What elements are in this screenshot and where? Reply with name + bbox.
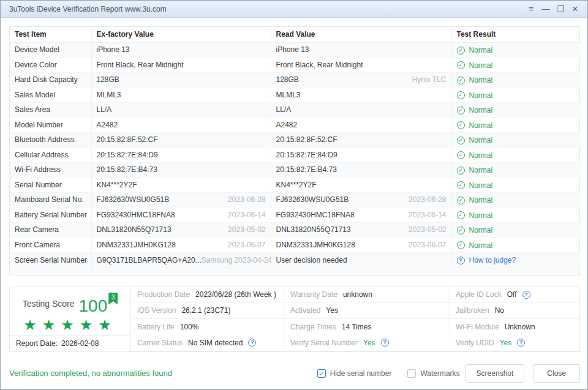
- table-row: Device Color Front Black, Rear Midnight …: [10, 58, 581, 73]
- watermarks-checkbox-group[interactable]: ✓ Watermarks: [407, 369, 459, 378]
- ex-factory-note: 2023-05-02: [228, 225, 265, 234]
- read-value-cell: FG932430HMC18FNA8 2023-06-14: [271, 208, 451, 223]
- test-item-cell: Hard Disk Capacity: [10, 72, 91, 88]
- restore-button[interactable]: ❐: [553, 2, 568, 16]
- read-value-note: Hynix TLC: [412, 75, 447, 84]
- result-normal: ✓ Normal: [457, 76, 493, 84]
- read-value-cell: A2482: [271, 118, 451, 133]
- read-value: FJ632630WSU0G51B: [276, 195, 349, 204]
- ex-factory-cell: MLML3: [91, 88, 271, 103]
- summary-cell-value: unknown: [343, 290, 372, 299]
- help-icon[interactable]: ?: [248, 339, 256, 347]
- read-value: A2482: [276, 121, 298, 129]
- ex-factory-cell: Front Black, Rear Midnight: [91, 58, 271, 73]
- ex-factory-cell: FJ632630WSU0G51B 2023-06-28: [91, 192, 271, 208]
- result-normal-label: Normal: [469, 196, 493, 204]
- ex-factory-note: 2023-06-28: [228, 195, 265, 204]
- read-value-cell: Front Black, Rear Midnight: [271, 58, 451, 73]
- read-value: DNL31820N55Q71713: [276, 225, 351, 234]
- read-value-note: 2023-06-14: [409, 211, 446, 219]
- close-button[interactable]: Close: [533, 364, 580, 383]
- minimize-button[interactable]: —: [538, 2, 553, 16]
- help-icon[interactable]: ?: [381, 339, 389, 347]
- read-value-note: 2023-06-28: [409, 195, 446, 204]
- test-result-cell: ✓ Normal: [451, 72, 581, 88]
- table-row: Rear Camera DNL31820N55Q71713 2023-05-02…: [10, 222, 581, 238]
- summary-cell-value: 100%: [180, 323, 199, 331]
- testing-score-value: 100: [79, 296, 108, 315]
- summary-cell-label: Battery Life: [137, 323, 175, 331]
- test-item-cell: Wi-Fi Address: [10, 162, 91, 178]
- test-item-cell: Sales Area: [10, 102, 91, 118]
- test-result-cell: ✓ Normal: [451, 118, 581, 133]
- help-icon[interactable]: ?: [517, 339, 525, 347]
- read-value-cell: 128GB Hynix TLC: [271, 72, 451, 88]
- summary-cell: Jailbroken No: [450, 303, 579, 319]
- close-window-button[interactable]: ✕: [568, 2, 582, 16]
- verification-status-text: Verification completed, no abnormalities…: [9, 369, 317, 378]
- result-normal: ✓ Normal: [457, 46, 493, 54]
- ex-factory-cell: A2482: [91, 118, 271, 133]
- result-normal: ✓ Normal: [457, 61, 493, 70]
- read-value: MLML3: [276, 91, 301, 99]
- test-item-cell: Cellular Address: [10, 148, 91, 163]
- hide-serial-checkbox[interactable]: ✓: [317, 369, 326, 378]
- hide-serial-checkbox-group[interactable]: ✓ Hide serial number: [317, 369, 392, 378]
- result-normal: ✓ Normal: [457, 91, 493, 100]
- read-value-cell: 20:15:82:7E:B4:73: [271, 162, 451, 178]
- how-to-judge-link[interactable]: ? How to judge?: [457, 256, 516, 264]
- read-value: DNM32331JMH0KG128: [276, 241, 355, 249]
- check-circle-icon: ✓: [457, 241, 465, 249]
- check-circle-icon: ✓: [457, 47, 465, 54]
- verification-table: Test Item Ex-factory Value Read Value Te…: [9, 26, 580, 276]
- table-row: Device Model iPhone 13 iPhone 13: [10, 42, 581, 58]
- summary-cell: Verify UDID Yes ?: [450, 335, 579, 351]
- check-circle-icon: ✓: [457, 77, 465, 84]
- check-circle-icon: ✓: [457, 197, 465, 204]
- check-circle-icon: ✓: [457, 121, 465, 129]
- watermarks-checkbox[interactable]: ✓: [407, 369, 416, 378]
- help-icon[interactable]: ?: [522, 291, 530, 299]
- ex-factory-note: 2023-06-14: [228, 211, 265, 219]
- summary-cell: Carrier Status No SIM detected ?: [131, 335, 284, 351]
- ex-factory-value: 128GB: [97, 75, 119, 84]
- test-item-cell: Front Camera: [10, 238, 91, 253]
- test-result-cell: ? How to judge?: [451, 252, 581, 268]
- summary-cell-value: No SIM detected: [188, 339, 243, 347]
- screenshot-button[interactable]: Screenshot: [466, 364, 525, 383]
- ex-factory-cell: 20:15:82:7E:B4:73: [91, 162, 271, 178]
- summary-cell: Apple ID Lock Off ?: [450, 287, 579, 303]
- test-result-cell: ✓ Normal: [451, 42, 581, 58]
- summary-cell-label: Verify Serial Number: [290, 339, 358, 347]
- result-normal-label: Normal: [469, 121, 493, 130]
- ex-factory-cell: LL/A: [91, 102, 271, 118]
- read-value: LL/A: [276, 105, 292, 114]
- ex-factory-cell: DNM32331JMH0KG128 2023-06-07: [91, 238, 271, 253]
- read-value: 20:15:82:8F:52:CF: [276, 135, 337, 144]
- col-header-ex-factory: Ex-factory Value: [91, 27, 271, 42]
- ex-factory-value: KN4***2Y2F: [97, 181, 137, 189]
- summary-cell-label: Production Date: [137, 290, 190, 299]
- ex-factory-value: FG932430HMC18FNA8: [97, 211, 175, 219]
- report-date-value: 2026-02-08: [61, 339, 99, 348]
- summary-cell-value: 2023/06/28 (26th Week ): [195, 290, 276, 299]
- result-normal-label: Normal: [469, 226, 493, 234]
- summary-cell-value: 14 Times: [342, 323, 372, 331]
- result-normal: ✓ Normal: [457, 136, 493, 144]
- summary-panel: Testing Score1003 ★★★★★ Report Date: 202…: [9, 287, 580, 352]
- result-normal-label: Normal: [469, 181, 493, 190]
- read-value: 20:15:82:7E:84:D9: [276, 151, 337, 159]
- result-normal: ✓ Normal: [457, 211, 493, 220]
- read-value: User decision needed: [276, 256, 347, 264]
- summary-cell: Battery Life 100%: [131, 319, 284, 335]
- test-result-cell: ✓ Normal: [451, 192, 581, 208]
- menu-icon[interactable]: ≡: [524, 2, 538, 16]
- ex-factory-cell: G9Q3171BLBAPR5QAG+A20... Samsung 2023-04…: [91, 252, 271, 268]
- summary-cell-value: No: [495, 306, 504, 315]
- summary-cell: Warranty Date unknown: [284, 287, 450, 303]
- score-badge: 3: [108, 293, 118, 305]
- table-row: Screen Serial Number G9Q3171BLBAPR5QAG+A…: [10, 252, 581, 268]
- summary-cell-value-green: Yes: [363, 339, 375, 347]
- table-row: Serial Number KN4***2Y2F KN4***2Y2F: [10, 178, 581, 193]
- check-circle-icon: ✓: [457, 167, 465, 174]
